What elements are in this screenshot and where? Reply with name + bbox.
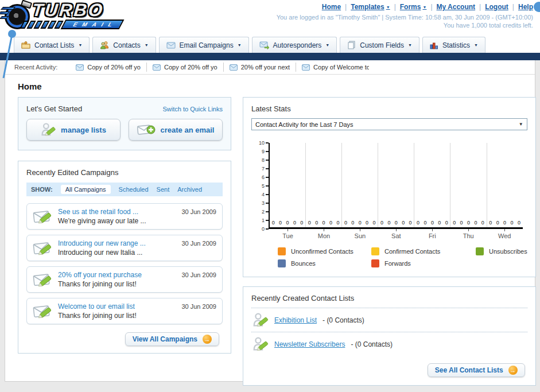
nav-link-home[interactable]: Home — [322, 3, 341, 11]
data-point-label: 0 — [315, 220, 318, 226]
turbo-email-logo[interactable]: TURBO EMAIL — [5, 2, 122, 29]
tab-statistics[interactable]: Statistics ▼ — [422, 37, 485, 53]
get-started-title: Let's Get Started — [26, 104, 82, 113]
campaign-date: 30 Jun 2009 — [181, 208, 216, 215]
nav-link-forms[interactable]: Forms▼ — [400, 3, 427, 11]
contact-list-link[interactable]: Exhibition List — [274, 316, 317, 324]
contact-list-row[interactable]: Newsletter Subscribers - (0 Contacts) — [251, 332, 527, 356]
get-started-panel: Let's Get Started Switch to Quick Links … — [18, 97, 231, 150]
campaign-row[interactable]: See us at the retail food ... We're givi… — [26, 203, 223, 230]
campaign-subtitle: Introducing our new Italia ... — [58, 249, 181, 257]
contact-list-row[interactable]: Exhibition List - (0 Contacts) — [251, 308, 527, 332]
corner-dot-decoration — [534, 2, 540, 12]
filter-sent[interactable]: Sent — [157, 186, 170, 193]
person-pencil-icon — [252, 336, 269, 352]
campaign-title-link[interactable]: Introducing our new range ... — [58, 239, 181, 247]
data-point-label: 0 — [293, 220, 296, 226]
chevron-down-icon: ▼ — [408, 43, 412, 47]
campaign-row[interactable]: 20% off your next purchase Thanks for jo… — [26, 266, 223, 293]
recent-activity-item[interactable]: Copy of 20% off yo — [147, 63, 224, 72]
y-axis-label: 8 — [262, 157, 269, 163]
x-axis-label: Wed — [487, 229, 523, 239]
filter-all-campaigns[interactable]: All Campaigns — [61, 185, 111, 194]
campaign-subtitle: We're giving away our late ... — [58, 217, 181, 225]
chart-category-column: 00000 — [306, 143, 342, 227]
latest-stats-title: Latest Stats — [251, 104, 527, 113]
create-email-button[interactable]: create an email — [129, 119, 223, 141]
stats-period-dropdown[interactable]: Contact Activity for the Last 7 Days ▼ — [251, 118, 527, 130]
data-point-label: 0 — [417, 220, 419, 226]
data-point-label: 0 — [503, 220, 506, 226]
data-point-label: 0 — [402, 220, 405, 226]
envelope-arrow-icon — [259, 41, 269, 49]
nav-link-my-account[interactable]: My Account — [437, 3, 476, 11]
chevron-down-icon: ▼ — [145, 43, 149, 47]
chevron-down-icon: ▼ — [422, 5, 426, 9]
x-axis-label: Mon — [306, 229, 342, 239]
data-point-label: 0 — [387, 220, 390, 226]
nav-link-templates[interactable]: Templates▼ — [351, 3, 390, 11]
chart-category-column: 00000 — [414, 143, 450, 227]
tab-autoresponders[interactable]: Autoresponders ▼ — [252, 37, 337, 53]
legend-item: Unsubscribes — [476, 247, 527, 255]
chart-legend: Unconfirmed Contacts Confirmed Contacts … — [278, 247, 527, 267]
campaign-title-link[interactable]: See us at the retail food ... — [58, 208, 181, 216]
data-point-label: 0 — [300, 220, 303, 226]
app-window: TURBO EMAIL Home| Templates▼| Forms▼| My… — [0, 0, 540, 392]
credits-text: You have 1,000 total credits left. — [277, 22, 533, 29]
data-point-label: 0 — [380, 220, 383, 226]
envelope-icon — [166, 41, 176, 49]
view-all-campaigns-button[interactable]: View All Campaigns → — [125, 332, 219, 346]
envelope-pencil-icon — [33, 303, 52, 319]
campaign-date: 30 Jun 2009 — [181, 240, 216, 247]
campaign-title-link[interactable]: 20% off your next purchase — [58, 271, 181, 279]
campaign-row[interactable]: Introducing our new range ... Introducin… — [26, 235, 223, 261]
recent-activity-bar: Recent Activity: Copy of 20% off yo Copy… — [5, 60, 535, 75]
chart-x-axis: TueMonSunSatFriThuWed — [270, 229, 523, 239]
envelope-icon — [302, 64, 310, 71]
recent-activity-item[interactable]: Copy of 20% off yo — [70, 63, 147, 72]
campaign-row[interactable]: Welcome to our email list Thanks for joi… — [26, 298, 223, 324]
see-all-contact-lists-button[interactable]: See All Contact Lists → — [428, 363, 525, 377]
y-axis-label: 5 — [262, 183, 269, 189]
nav-link-logout[interactable]: Logout — [485, 3, 508, 11]
filter-scheduled[interactable]: Scheduled — [119, 186, 149, 193]
folder-user-icon — [21, 41, 30, 49]
recent-activity-item[interactable]: 20% off your next — [224, 63, 296, 72]
campaign-title-link[interactable]: Welcome to our email list — [58, 302, 181, 311]
data-point-label: 0 — [336, 220, 339, 226]
data-point-label: 0 — [366, 220, 368, 226]
tab-contact-lists[interactable]: Contact Lists ▼ — [14, 37, 90, 53]
chart-category-column: 00000 — [378, 143, 414, 227]
filter-archived[interactable]: Archived — [177, 186, 202, 193]
person-pencil-icon — [41, 122, 56, 138]
campaign-date: 30 Jun 2009 — [181, 271, 216, 278]
envelope-pencil-icon — [33, 240, 52, 256]
login-status-text: You are logged in as "Timothy Smith" | S… — [277, 14, 533, 21]
tab-email-campaigns[interactable]: Email Campaigns ▼ — [159, 37, 249, 53]
envelope-icon — [76, 64, 84, 71]
contact-list-count: - (0 Contacts) — [323, 316, 364, 324]
chevron-down-icon: ▼ — [325, 43, 329, 47]
recent-activity-item[interactable]: Copy of Welcome to — [296, 63, 375, 72]
manage-lists-button[interactable]: manage lists — [26, 119, 121, 141]
content-area: Recent Activity: Copy of 20% off yo Copy… — [5, 60, 535, 382]
header: TURBO EMAIL Home| Templates▼| Forms▼| My… — [0, 0, 540, 33]
recent-activity-label: Recent Activity: — [14, 64, 57, 71]
data-point-label: 0 — [308, 220, 311, 226]
envelope-pencil-icon — [33, 271, 52, 288]
legend-swatch — [476, 247, 484, 255]
person-pencil-icon — [252, 312, 269, 328]
data-point-label: 0 — [351, 220, 354, 226]
contact-list-link[interactable]: Newsletter Subscribers — [274, 340, 345, 348]
y-axis-label: 3 — [262, 200, 269, 206]
tab-contacts[interactable]: Contacts ▼ — [92, 37, 156, 53]
navy-divider-bar — [0, 53, 540, 60]
data-point-label: 0 — [373, 220, 376, 226]
tab-custom-fields[interactable]: Custom Fields ▼ — [340, 37, 419, 53]
chevron-down-icon: ▼ — [474, 43, 478, 47]
data-point-label: 0 — [424, 220, 426, 226]
nav-link-help[interactable]: Help — [518, 3, 533, 11]
switch-quick-links-link[interactable]: Switch to Quick Links — [162, 106, 223, 112]
campaigns-panel-title: Recently Edited Campaigns — [26, 168, 223, 177]
